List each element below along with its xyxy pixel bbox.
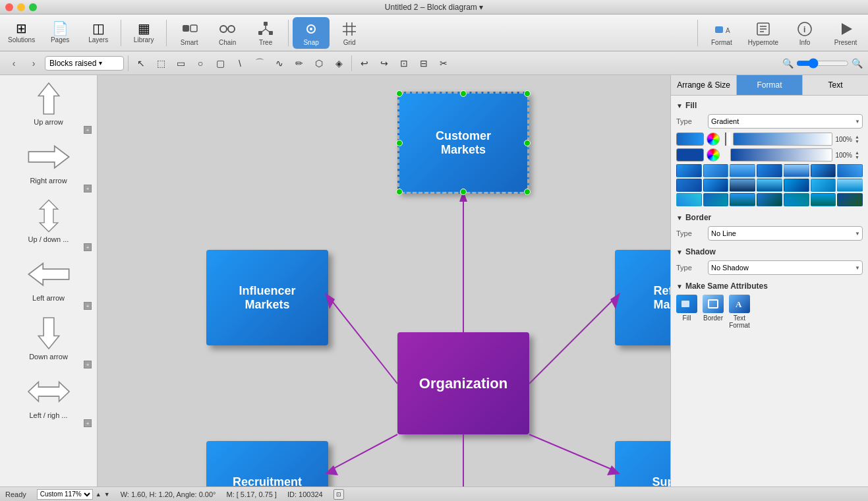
nav-forward-button[interactable]: › [25,55,42,72]
nav-back-button[interactable]: ‹ [5,55,22,72]
handle-tr[interactable] [524,90,531,97]
color2-down-icon[interactable]: ▼ [855,155,863,160]
border-section-header[interactable]: ▼ Border [676,213,863,222]
curve-tool[interactable]: ⌒ [251,55,268,72]
rounded-rect-tool[interactable]: ▢ [212,55,229,72]
shadow-section-header[interactable]: ▼ Shadow [676,247,863,256]
toolbar-layers[interactable]: ◫ Layers [80,17,117,49]
up-arrow-expand[interactable]: + [84,126,92,134]
toolbar-library[interactable]: ▦ Library [125,17,162,49]
crop-button[interactable]: ✂ [435,55,452,72]
breadcrumb[interactable]: Blocks raised ▾ [45,56,124,71]
toolbar-pages[interactable]: 📄 Pages [42,17,78,49]
shape-item-down-arrow[interactable]: Down arrow + [3,315,94,368]
preset-1[interactable] [676,164,702,177]
handle-bl[interactable] [396,189,403,195]
preset-4[interactable] [757,164,782,177]
rect-tool[interactable]: ▭ [172,55,189,72]
preset-21[interactable] [837,193,863,206]
handle-ml[interactable] [396,140,403,146]
canvas-area[interactable]: CustomerMarkets InfluencerMarkets Referr… [98,75,670,486]
make-same-border[interactable]: Border [703,295,724,322]
color1-stepper[interactable]: ▲ ▼ [855,134,863,144]
handle-bm[interactable] [460,189,467,195]
preset-18[interactable] [757,193,782,206]
redo-button[interactable]: ↪ [376,55,393,72]
down-arrow-expand[interactable]: + [84,361,92,368]
special-tool[interactable]: ◈ [330,55,347,72]
handle-tm[interactable] [460,90,467,97]
color1-down-icon[interactable]: ▼ [855,139,863,144]
freehand-tool[interactable]: ✏ [291,55,308,72]
shape-item-up-down-arrow[interactable]: Up / down ... + [3,198,94,251]
handle-mr[interactable] [524,140,531,146]
toolbar-format[interactable]: A Format [702,17,741,49]
node-influencer[interactable]: InfluencerMarkets [206,250,328,345]
left-right-expand[interactable]: + [84,419,92,427]
toolbar-present[interactable]: Present [826,17,865,49]
left-arrow-expand[interactable]: + [84,302,92,310]
preset-12[interactable] [784,179,809,192]
tab-format[interactable]: Format [737,75,803,95]
preset-15[interactable] [676,193,702,206]
node-organization[interactable]: Organization [397,332,529,434]
fill-type-select[interactable]: Gradient Solid None [708,114,863,129]
ungroup-button[interactable]: ⊟ [415,55,432,72]
undo-button[interactable]: ↩ [356,55,373,72]
color2-swatch[interactable] [676,148,704,162]
shape-item-right-arrow[interactable]: Right arrow + [3,139,94,192]
color2-stepper[interactable]: ▲ ▼ [855,150,863,160]
shadow-type-select[interactable]: No Shadow Drop Shadow [708,260,863,275]
preset-16[interactable] [703,193,729,206]
color1-wheel[interactable] [707,133,720,146]
node-customer[interactable]: CustomerMarkets [397,92,529,194]
ellipse-tool[interactable]: ○ [192,55,209,72]
border-type-select[interactable]: No Line Solid Dashed [708,226,863,241]
color1-up-icon[interactable]: ▲ [855,134,863,139]
handle-tl[interactable] [396,90,403,97]
preset-3[interactable] [730,164,755,177]
preset-6[interactable] [811,164,836,177]
preset-19[interactable] [784,193,809,206]
group-button[interactable]: ⊡ [395,55,413,72]
node-supplier[interactable]: SupplierMarkets [615,441,670,486]
preset-10[interactable] [730,179,755,192]
shape-item-up-arrow[interactable]: Up arrow + [3,80,94,134]
preset-7[interactable] [837,164,863,177]
preset-20[interactable] [811,193,836,206]
make-same-fill[interactable]: Fill [676,295,697,322]
preset-11[interactable] [757,179,782,192]
fit-page-button[interactable]: ⊡ [333,489,344,500]
color2-up-icon[interactable]: ▲ [855,150,863,155]
preset-14[interactable] [837,179,863,192]
preset-2[interactable] [703,164,729,177]
tab-arrange-size[interactable]: Arrange & Size [671,75,737,95]
preset-9[interactable] [703,179,729,192]
shape-item-left-right-arrow[interactable]: Left / righ ... + [3,374,94,427]
make-same-header[interactable]: ▼ Make Same Attributes [676,281,863,291]
select-tool[interactable]: ↖ [132,55,150,72]
handle-br[interactable] [524,189,531,195]
toolbar-chain[interactable]: Chain [209,17,246,49]
toolbar-grid[interactable]: Grid [331,17,368,49]
line-tool[interactable]: / [228,51,252,75]
color1-swatch[interactable] [676,133,704,146]
preset-13[interactable] [811,179,836,192]
zoom-stepper-down[interactable]: ▼ [104,491,110,498]
preset-8[interactable] [676,179,702,192]
maximize-button[interactable] [29,3,37,11]
node-referral[interactable]: ReferralMarkets [615,250,670,345]
close-button[interactable] [5,3,13,11]
color2-wheel[interactable] [707,148,720,162]
poly-tool[interactable]: ⬡ [310,55,328,72]
preset-5[interactable] [784,164,809,177]
preset-17[interactable] [730,193,755,206]
minimize-button[interactable] [17,3,25,11]
node-recruitment[interactable]: RecruitmentMarkets [206,441,328,486]
make-same-text-format[interactable]: A TextFormat [729,295,750,329]
right-arrow-expand[interactable]: + [84,185,92,192]
up-down-expand[interactable]: + [84,243,92,251]
rect-select-tool[interactable]: ⬚ [152,55,169,72]
tab-text[interactable]: Text [803,75,868,95]
toolbar-solutions[interactable]: ⊞ Solutions [3,17,40,49]
